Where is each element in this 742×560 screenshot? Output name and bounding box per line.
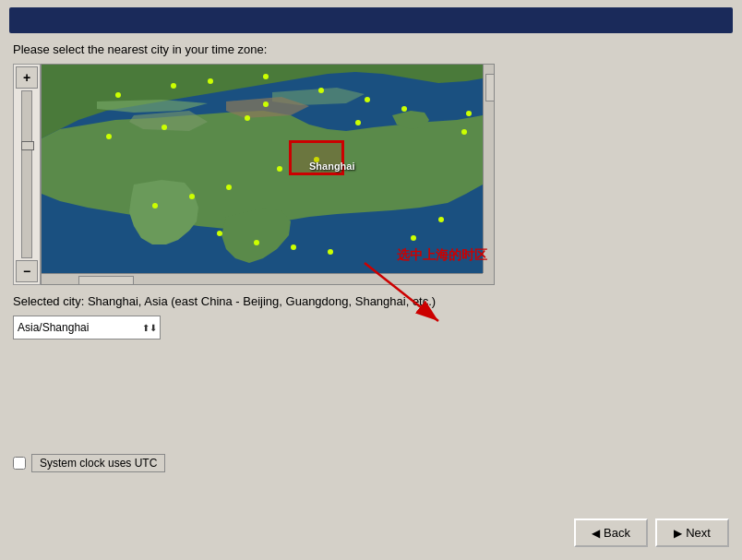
- city-dot[interactable]: [217, 231, 222, 236]
- timezone-select[interactable]: Asia/Shanghai Asia/Beijing Asia/Tokyo As…: [13, 316, 161, 340]
- city-dot[interactable]: [189, 194, 195, 199]
- city-dot[interactable]: [277, 166, 282, 172]
- svg-line-2: [365, 263, 438, 321]
- city-dot[interactable]: [401, 106, 407, 112]
- city-dot[interactable]: [245, 115, 250, 121]
- back-icon: ◀: [592, 527, 600, 540]
- city-dot[interactable]: [355, 120, 361, 125]
- city-dot[interactable]: [263, 101, 269, 107]
- city-dot[interactable]: [438, 217, 444, 222]
- city-dot[interactable]: [208, 78, 213, 84]
- back-button[interactable]: ◀ Back: [574, 518, 648, 547]
- next-icon: ▶: [674, 527, 682, 540]
- map-wrapper: + −: [13, 64, 729, 285]
- city-dot[interactable]: [291, 244, 296, 250]
- map-scrollbar-y[interactable]: [483, 65, 495, 273]
- utc-checkbox[interactable]: [13, 457, 26, 470]
- city-dot[interactable]: [328, 249, 333, 255]
- utc-checkbox-row: System clock uses UTC: [13, 454, 165, 472]
- timezone-select-wrapper[interactable]: Asia/Shanghai Asia/Beijing Asia/Tokyo As…: [13, 316, 161, 340]
- map-scroll-x-thumb[interactable]: [78, 276, 134, 285]
- city-dot[interactable]: [254, 240, 259, 245]
- zoom-out-button[interactable]: −: [16, 260, 38, 282]
- zoom-in-button[interactable]: +: [16, 66, 38, 89]
- scroll-corner: [483, 273, 495, 285]
- city-dot[interactable]: [226, 185, 232, 190]
- top-bar: [9, 7, 733, 33]
- city-dot[interactable]: [106, 134, 112, 139]
- city-dot[interactable]: [115, 92, 121, 98]
- city-dot[interactable]: [466, 111, 472, 116]
- main-content: Please select the nearest city in your t…: [0, 33, 742, 349]
- city-dot[interactable]: [461, 129, 467, 135]
- city-label: Shanghai: [309, 161, 355, 172]
- zoom-slider-track[interactable]: [21, 90, 32, 258]
- bottom-buttons: ◀ Back ▶ Next: [574, 518, 729, 547]
- city-dot[interactable]: [263, 74, 269, 79]
- annotation-arrow-icon: [360, 258, 452, 335]
- city-dot[interactable]: [171, 83, 176, 89]
- instruction-label: Please select the nearest city in your t…: [13, 42, 729, 56]
- city-dot[interactable]: [162, 125, 167, 130]
- city-dot[interactable]: [152, 203, 158, 209]
- map-scroll-y-thumb[interactable]: [485, 74, 495, 101]
- zoom-slider-thumb[interactable]: [21, 141, 34, 150]
- city-dot[interactable]: [318, 88, 324, 93]
- map-svg: [42, 65, 483, 273]
- city-dot[interactable]: [365, 97, 370, 102]
- back-label: Back: [604, 526, 630, 540]
- next-label: Next: [686, 526, 711, 540]
- next-button[interactable]: ▶ Next: [655, 518, 729, 547]
- city-dot[interactable]: [411, 235, 416, 241]
- zoom-sidebar: + −: [13, 64, 41, 285]
- utc-checkbox-label: System clock uses UTC: [31, 454, 165, 472]
